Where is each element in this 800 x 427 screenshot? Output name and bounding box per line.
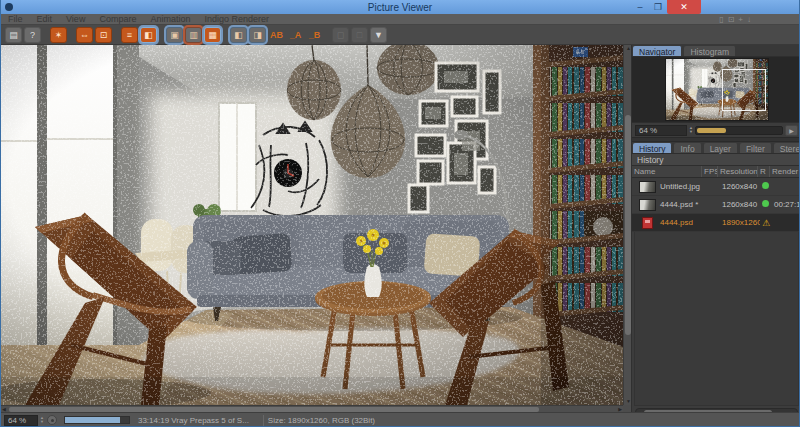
status-ok-icon [760, 182, 772, 191]
set-as-a-icon[interactable]: _A [287, 27, 304, 43]
menu-animation[interactable]: Animation [143, 14, 197, 24]
column-fps[interactable]: FPS [702, 166, 718, 177]
menu-indigo-renderer[interactable]: Indigo Renderer [197, 14, 276, 24]
toolbar-separator [324, 27, 331, 43]
menu-edit[interactable]: Edit [30, 14, 60, 24]
rendered-interior-image [1, 45, 623, 405]
zoom-value-field[interactable]: 64 % [635, 125, 687, 136]
statusbar-stop-button[interactable] [47, 415, 57, 425]
toolbar-separator [68, 27, 75, 43]
tab-stereo[interactable]: Stereo [774, 143, 800, 153]
zoom-stepper[interactable]: ▲▼ [689, 126, 693, 134]
tab-layer[interactable]: Layer [704, 143, 738, 153]
history-section-title: History [632, 154, 800, 166]
row-name: 4444.psd [658, 218, 704, 227]
titlebar[interactable]: Picture Viewer – ❐ ✕ [1, 0, 799, 14]
column-render[interactable]: Render [770, 166, 800, 177]
toolbar-separator [222, 27, 229, 43]
tab-info[interactable]: Info [674, 143, 701, 153]
page-icon[interactable]: ▯ [719, 15, 723, 24]
close-button[interactable]: ✕ [667, 0, 701, 14]
swap-ab-icon: ◻ [332, 27, 349, 43]
column-r[interactable]: R [758, 166, 770, 177]
row-resolution: 1260x840 [720, 200, 760, 209]
statusbar: 64 % ▲▼ 33:14:19 Vray Prepass 5 of S... … [1, 412, 799, 427]
compare-ab-icon[interactable]: AB [268, 27, 285, 43]
tab-filter[interactable]: Filter [740, 143, 772, 153]
picture-viewer-window: Picture Viewer – ❐ ✕ FileEditViewCompare… [0, 0, 800, 427]
toolbar: ▤?✶⇔⊡≡◧▣▥▦◧◨AB_A_B◻□▼ [1, 25, 799, 45]
tab-navigator[interactable]: Navigator [633, 46, 682, 56]
compare-original-size-icon[interactable]: ⇔ [76, 27, 93, 43]
clear-ab-icon: □ [351, 27, 368, 43]
row-resolution: 1260x840 [720, 182, 760, 191]
status-warning-icon: ⚠ [760, 218, 772, 228]
menu-file[interactable]: File [1, 14, 30, 24]
statusbar-zoom-field[interactable]: 64 % [4, 415, 38, 426]
move-icon[interactable]: + [738, 15, 743, 24]
set-as-b-icon[interactable]: _B [306, 27, 323, 43]
row-resolution: 1890x1260 [720, 218, 760, 227]
history-table-header[interactable]: NameFPSResolutionRRender [632, 166, 800, 178]
history-row[interactable]: Untitled.jpg1260x840 [632, 178, 800, 196]
dual-image-view-icon[interactable]: ▥ [185, 27, 202, 43]
image-size-info: Size: 1890x1260, RGB (32Bit) [268, 416, 375, 425]
maximize-button[interactable]: ❐ [649, 0, 667, 14]
tab-history[interactable]: History [633, 143, 672, 153]
open-image-icon[interactable]: ▤ [5, 27, 22, 43]
history-table-rows: Untitled.jpg1260x8404444.psd *1260x84000… [632, 178, 800, 232]
fit-to-screen-icon[interactable]: ⊡ [95, 27, 112, 43]
status-ok-icon [760, 200, 772, 209]
history-row[interactable]: 4444.psd *1260x84000:27:16 [632, 196, 800, 214]
row-name: Untitled.jpg [658, 182, 704, 191]
row-name: 4444.psd * [658, 200, 704, 209]
render-progress-fill [65, 417, 120, 423]
render-item-icon [643, 218, 652, 228]
render-to-picture-viewer-icon[interactable]: ✶ [50, 27, 67, 43]
render-image-canvas[interactable] [1, 45, 623, 405]
dot-box-icon[interactable]: ⊡ [728, 15, 735, 24]
render-status-message: 33:14:19 Vray Prepass 5 of S... [138, 416, 249, 425]
compare-ab-horizontal-icon[interactable]: ◧ [230, 27, 247, 43]
image-thumbnail-icon [640, 200, 655, 210]
menubar: FileEditViewCompareAnimationIndigo Rende… [1, 14, 799, 25]
history-empty-area[interactable] [634, 232, 799, 406]
show-alpha-icon[interactable]: ◧ [140, 27, 157, 43]
zoom-options-button[interactable]: ▶ [785, 125, 798, 136]
tab-histogram[interactable]: Histogram [684, 46, 736, 56]
column-resolution[interactable]: Resolution [718, 166, 758, 177]
statusbar-zoom-stepper[interactable]: ▲▼ [40, 416, 44, 424]
toolbar-separator [158, 27, 165, 43]
toolbar-separator [113, 27, 120, 43]
compare-ab-vertical-icon[interactable]: ◨ [249, 27, 266, 43]
toolbar-separator [42, 27, 49, 43]
navigator-preview[interactable] [632, 57, 800, 123]
menu-view[interactable]: View [59, 14, 92, 24]
multi-image-view-icon[interactable]: ▦ [204, 27, 221, 43]
render-progress-bar [64, 416, 130, 424]
right-panel: NavigatorHistogram 64 % ▲▼ ▶ HistoryInfo… [631, 45, 800, 412]
menu-compare[interactable]: Compare [92, 14, 143, 24]
navigator-tabbar: NavigatorHistogram [632, 45, 800, 57]
column-name[interactable]: Name [632, 166, 702, 177]
export-image-icon[interactable]: ▼ [370, 27, 387, 43]
navigator-thumbnail[interactable] [666, 59, 768, 120]
zoom-slider-fill [697, 128, 726, 133]
image-vertical-scrollbar[interactable]: ▲ ▼ [623, 45, 631, 405]
single-image-view-icon[interactable]: ▣ [166, 27, 183, 43]
row-render-time: 00:27:16 [772, 200, 800, 209]
image-thumbnail-icon [640, 182, 655, 192]
zoom-slider[interactable] [695, 126, 783, 135]
statusbar-separator [263, 415, 264, 426]
navigator-zoom-row: 64 % ▲▼ ▶ [632, 123, 800, 138]
history-row[interactable]: 4444.psd1890x1260⚠ [632, 214, 800, 232]
image-horizontal-scrollbar[interactable]: ◀ ▶ [1, 405, 623, 412]
history-tabbar: HistoryInfoLayerFilterStereo [632, 142, 800, 154]
pin-icon[interactable]: ↓ [747, 15, 751, 24]
save-image-as-icon[interactable]: ? [24, 27, 41, 43]
minimize-button[interactable]: – [631, 0, 649, 14]
layer-manager-icon[interactable]: ≡ [121, 27, 138, 43]
navigator-view-rect[interactable] [722, 69, 766, 112]
